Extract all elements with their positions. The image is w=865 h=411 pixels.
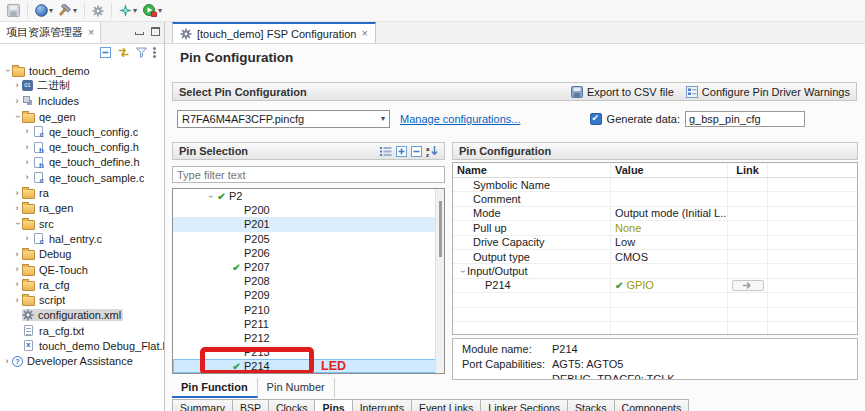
tree-item-launch-config[interactable]: touch_demo Debug_Flat.launch [0,338,164,353]
run-button[interactable]: ▾ [140,2,165,19]
pin-row-p207[interactable]: P207 [173,260,444,274]
tree-item-ra[interactable]: ra [0,185,164,200]
table-row-pull-up[interactable]: Pull upNone [453,221,857,235]
chevron-collapsed-icon[interactable] [22,143,32,152]
tree-item-ra-gen[interactable]: ra_gen [0,201,164,216]
sort-az-icon[interactable]: az [426,145,438,157]
chevron-expanded-icon[interactable] [12,112,22,121]
table-row-output-type[interactable]: Output typeCMOS [453,250,857,264]
save-button[interactable] [4,2,23,19]
chevron-collapsed-icon[interactable] [22,234,32,243]
table-row-mode[interactable]: ModeOutput mode (Initial L... [453,207,857,221]
expand-all-icon[interactable] [396,146,407,157]
pin-row-p211[interactable]: P211 [173,317,444,331]
column-link[interactable]: Link [728,163,768,177]
tab-components[interactable]: Components [615,399,690,411]
build-all-button[interactable]: ▾ [32,2,56,19]
tab-linker-sections[interactable]: Linker Sections [481,399,568,411]
tree-item-includes[interactable]: Includes [0,94,164,109]
chevron-collapsed-icon[interactable] [12,204,22,213]
tree-item-src[interactable]: src [0,216,164,231]
pin-link-button[interactable] [732,280,764,291]
chevron-collapsed-icon[interactable] [22,127,32,136]
view-mode-icon[interactable] [380,146,392,157]
tree-item-hal-entry-c[interactable]: hal_entry.c [0,231,164,246]
build-button[interactable]: ▾ [56,2,80,19]
generate-data-checkbox[interactable] [590,113,602,125]
pin-row-p206[interactable]: P206 [173,246,444,260]
chevron-collapsed-icon[interactable] [12,250,22,259]
tree-item-qe-touch[interactable]: QE-Touch [0,262,164,277]
pin-row-p210[interactable]: P210 [173,303,444,317]
pin-config-dropdown[interactable]: R7FA6M4AF3CFP.pincfg ▾ [177,110,390,128]
chevron-collapsed-icon[interactable] [22,158,32,167]
tree-item-debug[interactable]: Debug [0,247,164,262]
chevron-collapsed-icon[interactable] [22,173,32,182]
table-row-symbolic-name[interactable]: Symbolic Name [453,178,857,192]
chevron-expanded-icon[interactable] [457,267,467,276]
pin-row-p208[interactable]: P208 [173,274,444,288]
tab-interrupts[interactable]: Interrupts [353,399,412,411]
chevron-collapsed-icon[interactable] [12,81,22,90]
tab-clocks[interactable]: Clocks [269,399,316,411]
column-value[interactable]: Value [611,163,728,177]
pin-row-p209[interactable]: P209 [173,288,444,302]
link-with-editor-icon[interactable] [117,47,130,58]
tree-item-ra-cfg-txt[interactable]: ra_cfg.txt [0,323,164,338]
tree-item-configuration-xml[interactable]: configuration.xml [0,308,164,323]
tab-bsp[interactable]: BSP [233,399,269,411]
collapse-all-icon[interactable] [100,47,111,58]
chevron-collapsed-icon[interactable] [12,265,22,274]
tree-item-qe-touch-config-h[interactable]: qe_touch_config.h [0,139,164,154]
table-row-input-output[interactable]: Input/Output [453,264,857,278]
tab-pins[interactable]: Pins [315,399,352,411]
tab-project-explorer[interactable]: 项目资源管理器 × [0,22,101,43]
tab-stacks[interactable]: Stacks [568,399,615,411]
tab-event-links[interactable]: Event Links [412,399,481,411]
pin-row-p213[interactable]: P213 [173,345,444,359]
manage-configurations-link[interactable]: Manage configurations... [400,113,520,125]
collapse-all-icon[interactable] [411,146,422,157]
close-icon[interactable]: × [361,28,367,39]
pin-row-p214[interactable]: P214LED [173,359,444,373]
scrollbar-thumb[interactable] [439,201,442,257]
table-row-comment[interactable]: Comment [453,192,857,206]
chevron-collapsed-icon[interactable] [2,357,12,366]
minimize-icon[interactable] [135,32,144,35]
tree-item-script[interactable]: script [0,292,164,307]
view-menu-icon[interactable] [153,46,156,59]
pin-row-p205[interactable]: P205 [173,232,444,246]
pin-row-p212[interactable]: P212 [173,331,444,345]
chevron-collapsed-icon[interactable] [12,97,22,106]
tree-item-binaries[interactable]: 二进制 [0,78,164,93]
export-csv-button[interactable]: Export to CSV file [571,86,674,98]
chevron-expanded-icon[interactable] [12,219,22,228]
close-icon[interactable]: × [88,27,94,38]
tree-item-touch-demo[interactable]: touch_demo [0,63,164,78]
filter-icon[interactable] [136,47,147,58]
tree-item-qe-touch-define-h[interactable]: qe_touch_define.h [0,155,164,170]
pin-filter-input[interactable] [172,166,445,183]
pin-row-p2[interactable]: P2 [173,189,444,203]
tree-item-ra-cfg[interactable]: ra_cfg [0,277,164,292]
tab-pin-function[interactable]: Pin Function [172,378,258,398]
tab-summary[interactable]: Summary [172,399,233,411]
maximize-icon[interactable] [151,27,160,36]
tab-fsp-configuration[interactable]: [touch_demo] FSP Configuration × [172,22,376,43]
pin-row-p201[interactable]: P201 [173,217,444,231]
tree-item-developer-assistance[interactable]: Developer Assistance [0,354,164,369]
chevron-collapsed-icon[interactable] [12,296,22,305]
settings-button[interactable] [89,3,107,19]
configure-pin-driver-warnings-button[interactable]: Configure Pin Driver Warnings [686,86,850,98]
chevron-collapsed-icon[interactable] [12,189,22,198]
chevron-expanded-icon[interactable] [2,66,12,75]
pin-row-p200[interactable]: P200 [173,203,444,217]
tree-item-qe-touch-sample-c[interactable]: qe_touch_sample.c [0,170,164,185]
chevron-collapsed-icon[interactable] [12,280,22,289]
generate-data-input[interactable] [685,111,805,127]
table-row-p214[interactable]: P214GPIO [453,279,857,293]
tree-item-qe-gen[interactable]: qe_gen [0,109,164,124]
table-row-drive-capacity[interactable]: Drive CapacityLow [453,236,857,250]
tree-item-qe-touch-config-c[interactable]: qe_touch_config.c [0,124,164,139]
tab-pin-number[interactable]: Pin Number [258,378,335,398]
